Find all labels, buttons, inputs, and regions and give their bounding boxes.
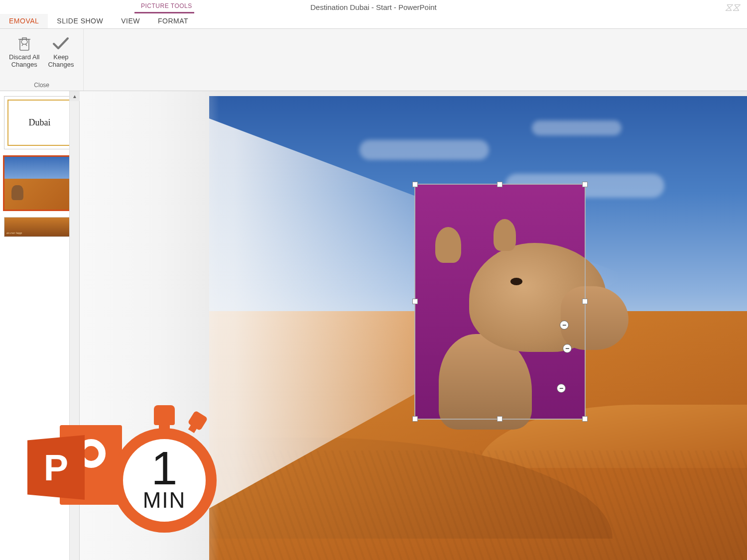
resize-handle-right[interactable]: [582, 299, 588, 304]
tab-view[interactable]: VIEW: [112, 14, 149, 28]
slide-thumbnail-2[interactable]: [4, 156, 75, 210]
discard-all-changes-button[interactable]: Discard All Changes: [5, 31, 43, 81]
selected-picture[interactable]: − − −: [415, 185, 585, 419]
discard-label-2: Changes: [11, 61, 37, 68]
scroll-up-icon[interactable]: ▲: [70, 91, 80, 101]
remove-mark-1[interactable]: −: [560, 321, 569, 330]
resize-handle-top[interactable]: [497, 182, 502, 187]
decorative-scribble: ⧖⧖: [725, 1, 740, 14]
slide-thumbnail-1[interactable]: Dubai: [4, 96, 75, 149]
resize-handle-bottom-left[interactable]: [412, 416, 418, 422]
ribbon: Discard All Changes Keep Changes Close: [0, 29, 747, 91]
ribbon-group-close: Discard All Changes Keep Changes Close: [0, 29, 84, 91]
trash-icon: [16, 33, 32, 53]
thumb-3-text: an ever happ: [6, 231, 73, 234]
checkmark-icon: [52, 33, 70, 53]
context-tab-picture-tools[interactable]: PICTURE TOOLS: [137, 0, 196, 11]
stopwatch-icon: 1 MIN: [108, 403, 220, 533]
slide-thumbnail-3[interactable]: an ever happ: [4, 217, 75, 237]
window-title: Destination Dubai - Start - PowerPoint: [310, 3, 436, 11]
stopwatch-number: 1: [151, 448, 178, 488]
resize-handle-top-right[interactable]: [582, 182, 588, 187]
ribbon-group-label-close: Close: [34, 81, 49, 90]
powerpoint-logo-letter: P: [27, 435, 85, 500]
context-tab-underline: [134, 12, 194, 13]
tab-format[interactable]: FORMAT: [149, 14, 197, 28]
keep-label-1: Keep: [53, 53, 68, 61]
tab-slide-show[interactable]: SLIDE SHOW: [48, 14, 112, 28]
thumb-1-title: Dubai: [7, 100, 72, 146]
keep-label-2: Changes: [48, 61, 74, 68]
resize-handle-bottom[interactable]: [497, 416, 502, 422]
remove-mark-3[interactable]: −: [557, 384, 566, 393]
resize-handle-left[interactable]: [412, 299, 418, 304]
discard-label-1: Discard All: [9, 53, 39, 61]
resize-handle-top-left[interactable]: [412, 182, 418, 187]
keep-changes-button[interactable]: Keep Changes: [43, 31, 78, 81]
remove-mark-2[interactable]: −: [563, 344, 572, 353]
stopwatch-unit: MIN: [143, 488, 186, 513]
tab-background-removal[interactable]: EMOVAL: [0, 14, 48, 28]
camel-image: [432, 227, 593, 426]
video-overlay-badge: P 1 MIN: [27, 398, 220, 533]
resize-handle-bottom-right[interactable]: [582, 416, 588, 422]
slide[interactable]: − − −: [209, 96, 747, 560]
title-bar: PICTURE TOOLS Destination Dubai - Start …: [0, 0, 747, 14]
ribbon-tab-bar: EMOVAL SLIDE SHOW VIEW FORMAT: [0, 14, 747, 29]
